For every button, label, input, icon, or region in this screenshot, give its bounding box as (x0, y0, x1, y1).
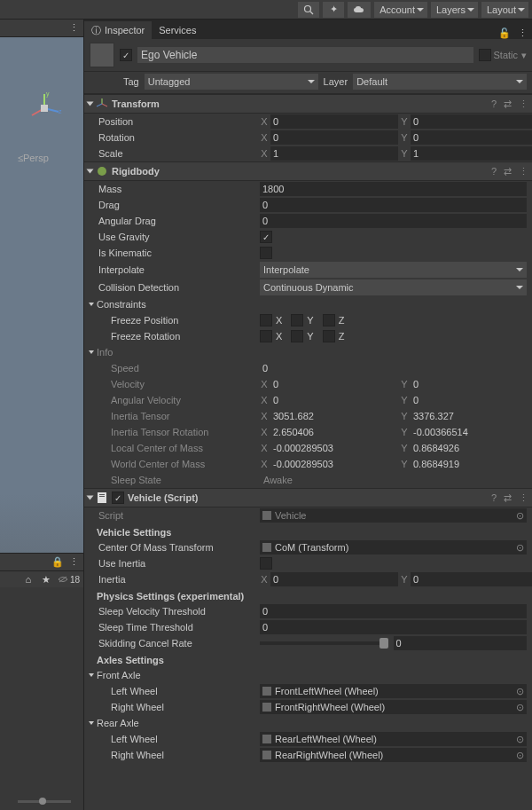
front-left-wheel-field[interactable]: FrontLeftWheel (Wheel) (260, 684, 527, 698)
freeze-pos-z-checkbox[interactable] (323, 314, 335, 326)
skid-slider[interactable] (260, 641, 388, 645)
freeze-rot-y-checkbox[interactable] (291, 330, 303, 342)
rotation-y-input[interactable] (411, 130, 532, 145)
scale-x-input[interactable] (270, 146, 398, 161)
favorite-icon[interactable]: ★ (40, 573, 52, 586)
foldout-icon[interactable] (87, 169, 94, 174)
speed-value (260, 361, 527, 375)
account-dropdown[interactable]: Account (374, 2, 427, 18)
speed-label: Speed (90, 363, 260, 374)
inertia-label: Inertia (90, 574, 260, 585)
foldout-icon[interactable] (89, 350, 94, 354)
context-menu-icon[interactable]: ⋮ (67, 556, 80, 569)
foldout-icon[interactable] (89, 673, 94, 677)
collision-label: Collision Detection (90, 282, 260, 293)
component-enabled-checkbox[interactable] (112, 492, 124, 504)
freeze-rot-z-checkbox[interactable] (323, 330, 335, 342)
transform-header[interactable]: Transform ?⇄⋮ (84, 94, 532, 114)
tensorrot-y (411, 425, 532, 439)
layout-dropdown[interactable]: Layout (481, 2, 528, 18)
sleep-vel-input[interactable] (260, 604, 527, 618)
freeze-pos-y-checkbox[interactable] (291, 314, 303, 326)
context-menu-icon[interactable]: ⋮ (519, 492, 528, 504)
scale-y-input[interactable] (411, 146, 532, 161)
com-field[interactable]: CoM (Transform) (260, 540, 527, 554)
mass-input[interactable] (260, 182, 527, 196)
persp-label[interactable]: ≤Persp (18, 153, 49, 163)
drag-input[interactable] (260, 198, 527, 212)
mass-label: Mass (90, 184, 260, 194)
position-x-input[interactable] (270, 114, 398, 129)
context-menu-icon[interactable]: ⋮ (516, 27, 528, 39)
gameobject-name-input[interactable] (137, 47, 473, 63)
search-button[interactable] (298, 2, 319, 18)
foldout-icon[interactable] (87, 102, 94, 106)
tab-inspector[interactable]: ⓘInspector (84, 21, 152, 39)
gameobject-icon[interactable] (90, 43, 114, 67)
velocity-label: Velocity (90, 379, 260, 389)
is-kinematic-checkbox[interactable] (260, 247, 272, 259)
foldout-icon[interactable] (87, 496, 94, 500)
help-icon[interactable]: ? (491, 492, 497, 503)
scene-view[interactable]: ⋮ y z ≤Persp 🔒 ⋮ ⌂ ★ 18 (0, 20, 84, 810)
freeze-rot-x-checkbox[interactable] (260, 330, 272, 342)
angular-drag-input[interactable] (260, 214, 527, 228)
skid-label: Skidding Cancel Rate (90, 638, 260, 649)
sleep-time-input[interactable] (260, 620, 527, 634)
collision-dropdown[interactable]: Continuous Dynamic (260, 279, 527, 295)
active-checkbox[interactable] (120, 49, 132, 61)
lock-icon[interactable]: 🔓 (498, 27, 511, 39)
tensor-label: Inertia Tensor (90, 411, 260, 421)
transform-icon (96, 98, 108, 110)
inertia-y-input[interactable] (411, 572, 532, 586)
svg-point-0 (305, 5, 311, 12)
context-menu-icon[interactable]: ⋮ (519, 166, 528, 177)
interpolate-dropdown[interactable]: Interpolate (260, 262, 527, 278)
static-checkbox[interactable] (479, 49, 491, 61)
preset-icon[interactable]: ⇄ (504, 492, 512, 504)
layers-dropdown[interactable]: Layers (431, 2, 478, 18)
home-icon[interactable]: ⌂ (22, 573, 35, 586)
angular-drag-label: Angular Drag (90, 216, 260, 226)
tensor-y (411, 409, 532, 423)
help-icon[interactable]: ? (491, 166, 497, 177)
rotation-x-input[interactable] (270, 130, 398, 145)
use-inertia-checkbox[interactable] (260, 557, 272, 570)
left-wheel-label: Left Wheel (90, 734, 260, 744)
position-y-input[interactable] (411, 114, 532, 129)
use-gravity-checkbox[interactable] (260, 231, 272, 243)
zoom-slider[interactable] (18, 796, 71, 806)
orientation-gizmo[interactable]: y z (27, 90, 62, 126)
inertia-x-input[interactable] (270, 572, 398, 586)
axles-settings-header: Axles Settings (84, 651, 532, 667)
rigidbody-icon (96, 165, 108, 177)
localcom-x (270, 441, 398, 455)
inspector-panel: ⓘInspector Services 🔓 ⋮ Static▾ Tag Unta… (84, 20, 532, 810)
use-inertia-label: Use Inertia (90, 558, 260, 569)
cloud-button[interactable] (348, 2, 371, 18)
visibility-count[interactable]: 18 (58, 575, 80, 585)
script-field[interactable]: Vehicle (260, 508, 527, 523)
help-icon[interactable]: ? (491, 98, 497, 109)
foldout-icon[interactable] (89, 721, 94, 725)
tag-dropdown[interactable]: Untagged (145, 74, 318, 90)
context-menu-icon[interactable]: ⋮ (67, 22, 80, 35)
preset-icon[interactable]: ⇄ (504, 166, 512, 177)
context-menu-icon[interactable]: ⋮ (519, 98, 528, 110)
vehicle-header[interactable]: Vehicle (Script) ?⇄⋮ (84, 488, 532, 507)
freeze-pos-x-checkbox[interactable] (260, 314, 272, 326)
lock-icon[interactable]: 🔒 (51, 556, 64, 569)
rear-right-wheel-field[interactable]: RearRightWheel (Wheel) (260, 748, 527, 762)
rear-left-wheel-field[interactable]: RearLeftWheel (Wheel) (260, 732, 527, 746)
chevron-down-icon[interactable]: ▾ (521, 50, 527, 61)
sleep-state-value: Awake (260, 475, 430, 485)
sleep-time-label: Sleep Time Threshold (90, 622, 260, 633)
foldout-icon[interactable] (89, 303, 94, 306)
rigidbody-header[interactable]: Rigidbody ?⇄⋮ (84, 161, 532, 181)
layer-dropdown[interactable]: Default (353, 74, 527, 90)
skid-value-input[interactable] (394, 636, 528, 650)
preset-icon[interactable]: ⇄ (504, 98, 512, 110)
collab-button[interactable]: ✦ (323, 2, 344, 18)
front-right-wheel-field[interactable]: FrontRightWheel (Wheel) (260, 700, 527, 714)
tab-services[interactable]: Services (152, 21, 203, 39)
